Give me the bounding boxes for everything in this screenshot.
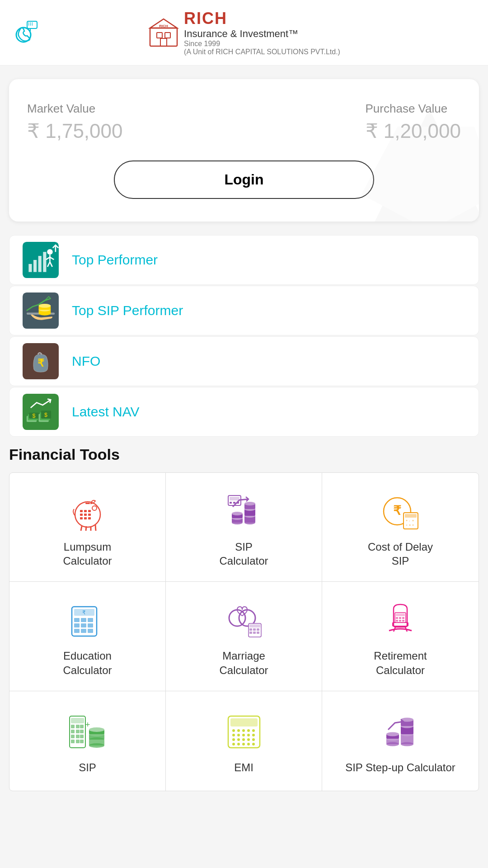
- svg-rect-127: [80, 725, 84, 728]
- svg-rect-95: [88, 618, 93, 622]
- svg-rect-119: [402, 617, 404, 619]
- svg-point-74: [244, 502, 255, 505]
- app-logo: RICH RICH Insurance & Investment™ Since …: [148, 9, 340, 56]
- svg-point-22: [47, 249, 52, 255]
- svg-rect-111: [257, 632, 259, 634]
- svg-point-153: [237, 734, 240, 736]
- tool-cost-of-delay-sip[interactable]: ₹ + - × ÷ × + Cost of DelaySIP: [322, 473, 479, 582]
- svg-text:RICH: RICH: [159, 24, 168, 28]
- svg-rect-129: [76, 730, 80, 733]
- nfo-icon-box: ₹: [20, 341, 61, 382]
- svg-point-4: [32, 22, 33, 23]
- svg-rect-98: [88, 623, 93, 627]
- marriage-calculator-icon: [224, 600, 264, 641]
- retirement-calculator-icon: [380, 600, 421, 641]
- sip-icon: +: [67, 712, 108, 752]
- svg-rect-53: [84, 514, 87, 516]
- svg-rect-124: [71, 718, 84, 723]
- tool-emi[interactable]: EMI: [166, 691, 322, 791]
- svg-point-155: [247, 734, 250, 736]
- menu-item-nfo[interactable]: ₹ NFO: [9, 336, 479, 386]
- financial-tools-title: Financial Tools: [9, 446, 479, 463]
- svg-rect-135: [76, 740, 80, 743]
- svg-text:+: +: [406, 519, 408, 522]
- top-performer-label: Top Performer: [72, 252, 158, 268]
- emi-label: EMI: [234, 760, 253, 774]
- svg-rect-77: [230, 502, 232, 504]
- financial-tools-section: Financial Tools: [9, 446, 479, 791]
- svg-point-161: [252, 738, 255, 741]
- svg-text:÷: ÷: [406, 524, 408, 527]
- svg-text:$: $: [32, 413, 35, 419]
- tool-retirement-calculator[interactable]: RetirementCalculator: [322, 582, 479, 691]
- svg-rect-54: [88, 514, 91, 516]
- tool-marriage-calculator[interactable]: MarriageCalculator: [166, 582, 322, 691]
- menu-item-latest-nav[interactable]: $ $ Latest NAV: [9, 387, 479, 437]
- svg-rect-130: [80, 730, 84, 733]
- svg-point-5: [28, 24, 29, 25]
- svg-line-61: [95, 525, 96, 531]
- svg-rect-134: [71, 740, 75, 743]
- top-sip-performer-label: Top SIP Performer: [72, 303, 183, 318]
- menu-list: Top Performer Top SIP Performer: [9, 235, 479, 437]
- sip-stepup-calculator-label: SIP Step-up Calculator: [345, 760, 455, 774]
- tool-sip-calculator[interactable]: SIPCalculator: [166, 473, 322, 582]
- svg-rect-13: [160, 38, 167, 46]
- svg-rect-62: [85, 503, 90, 504]
- svg-rect-126: [76, 725, 80, 728]
- tool-lumpsum-calculator[interactable]: LumpsumCalculator: [9, 473, 166, 582]
- financial-tools-grid: LumpsumCalculator: [9, 472, 479, 791]
- svg-point-67: [232, 512, 243, 515]
- svg-rect-120: [396, 620, 398, 622]
- market-value-label: Market Value: [27, 102, 123, 116]
- svg-point-6: [30, 24, 31, 25]
- sip-stepup-calculator-icon: [380, 712, 421, 752]
- svg-rect-112: [393, 623, 408, 626]
- svg-point-157: [232, 738, 235, 741]
- svg-rect-20: [38, 256, 42, 272]
- svg-point-158: [237, 738, 240, 741]
- svg-point-164: [242, 743, 245, 745]
- svg-rect-100: [81, 629, 86, 633]
- svg-rect-56: [84, 517, 87, 519]
- svg-point-160: [247, 738, 250, 741]
- svg-marker-16: [361, 127, 479, 222]
- svg-rect-76: [230, 497, 239, 500]
- nfo-label: NFO: [72, 354, 100, 369]
- svg-rect-21: [43, 252, 46, 272]
- svg-point-166: [252, 743, 255, 745]
- logo-unit: (A Unit of RICH CAPITAL SOLUTIONS PVT.Lt…: [184, 48, 340, 56]
- svg-rect-83: [405, 514, 417, 518]
- svg-point-3: [30, 22, 31, 23]
- tool-education-calculator[interactable]: ₹ EducationCalculator: [9, 582, 166, 691]
- latest-nav-label: Latest NAV: [72, 404, 140, 420]
- svg-rect-132: [76, 735, 80, 738]
- svg-point-150: [247, 729, 250, 732]
- phone-icon[interactable]: [14, 18, 41, 48]
- app-header: RICH RICH Insurance & Investment™ Since …: [0, 0, 488, 66]
- menu-item-top-performer[interactable]: Top Performer: [9, 235, 479, 285]
- svg-rect-116: [396, 613, 405, 616]
- sip-calculator-icon: [224, 491, 264, 532]
- svg-rect-94: [81, 618, 86, 622]
- menu-item-top-sip-performer[interactable]: Top SIP Performer: [9, 286, 479, 335]
- education-calculator-label: EducationCalculator: [63, 649, 112, 677]
- login-button[interactable]: Login: [114, 160, 374, 199]
- cost-of-delay-sip-icon: ₹ + - × ÷ × +: [380, 491, 421, 532]
- cost-of-delay-sip-label: Cost of DelaySIP: [368, 540, 433, 568]
- banner-card: Market Value ₹ 1,75,000 Purchase Value ₹…: [9, 79, 479, 222]
- svg-rect-99: [74, 629, 80, 633]
- svg-point-47: [75, 502, 100, 527]
- svg-text:+: +: [412, 524, 414, 527]
- svg-text:×: ×: [409, 524, 411, 527]
- svg-point-165: [247, 743, 250, 745]
- svg-rect-18: [28, 264, 32, 272]
- svg-point-162: [232, 743, 235, 745]
- retirement-calculator-label: RetirementCalculator: [374, 649, 427, 677]
- svg-rect-105: [249, 624, 260, 627]
- tool-sip[interactable]: + SIP: [9, 691, 166, 791]
- tool-sip-stepup-calculator[interactable]: SIP Step-up Calculator: [322, 691, 479, 791]
- svg-rect-128: [71, 730, 75, 733]
- sip-label: SIP: [79, 760, 96, 774]
- svg-rect-101: [88, 629, 93, 633]
